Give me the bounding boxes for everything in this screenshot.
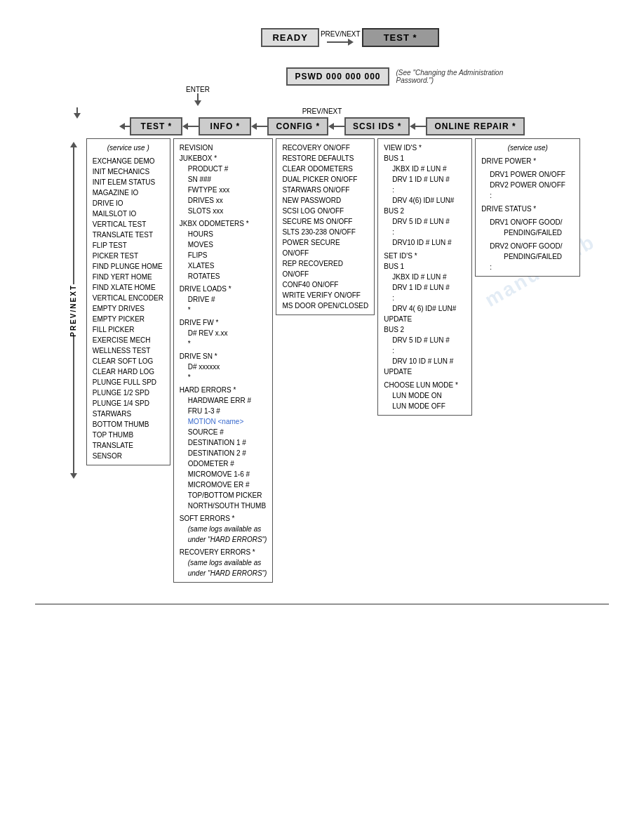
list-item: RESTORE DEFAULTS [282, 153, 368, 164]
list-item: DRV2 POWER ON/OFF [481, 180, 574, 190]
list-item: ROTATES [180, 271, 267, 282]
list-item: : [481, 190, 574, 201]
list-item: SLOTS xxx [180, 206, 267, 216]
list-item: DRIVE POWER * [481, 156, 574, 166]
test-items: EXCHANGE DEMO INIT MECHANICS INIT ELEM S… [93, 156, 164, 461]
list-item: EMPTY PICKER [93, 314, 164, 324]
list-item: STARWARS [93, 409, 164, 419]
list-item: EXCHANGE DEMO [93, 156, 164, 166]
enter-label2: ENTER [186, 86, 210, 93]
list-item: SOURCE # [180, 427, 267, 437]
ready-node: READY [261, 28, 319, 47]
list-item: DESTINATION 1 # [180, 437, 267, 448]
list-item: FRU 1-3 # [180, 406, 267, 416]
list-item: DRV 5 ID # LUN # [384, 335, 466, 345]
list-item: DRV 4( 6) ID# LUN# [384, 303, 466, 314]
test-column: (service use ) EXCHANGE DEMO INIT MECHAN… [86, 138, 170, 465]
test-note: (service use ) [93, 143, 164, 153]
info-items: REVISION JUKEBOX * PRODUCT # SN ### FWTY… [180, 143, 267, 578]
menu-scsi[interactable]: SCSI IDS * [344, 117, 410, 135]
list-item: PLUNGE FULL SPD [93, 377, 164, 388]
list-item: XLATES [180, 260, 267, 271]
list-item: LUN MODE OFF [384, 401, 466, 411]
list-item: MS DOOR OPEN/CLOSED [282, 300, 368, 311]
list-item: DRV 1 ID # LUN # [384, 282, 466, 293]
list-item: NORTH/SOUTH THUMB [180, 501, 267, 511]
list-item: VERTICAL ENCODER [93, 293, 164, 303]
list-item: DRV1 POWER ON/OFF [481, 169, 574, 180]
list-item: DRV 1 ID # LUN # [384, 174, 466, 185]
list-item: : [384, 227, 466, 237]
menu-test[interactable]: TEST * [130, 117, 182, 135]
list-item: FWTYPE xxx [180, 185, 267, 195]
list-item: TOP THUMB [93, 430, 164, 440]
list-item: DRIVE STATUS * [481, 204, 574, 214]
list-item: CONF40 ON/OFF [282, 279, 368, 290]
list-item: REP RECOVEREDON/OFF [282, 258, 368, 279]
nav-up-arrow [70, 142, 77, 147]
list-item: DRV10 ID # LUN # [384, 237, 466, 248]
list-item: INIT MECHANICS [93, 166, 164, 177]
pswd-note: (See "Changing the Administration Passwo… [396, 69, 523, 84]
list-item: RECOVERY ERRORS * [180, 547, 267, 557]
list-item: D# REV x.xx [180, 328, 267, 338]
list-item: FIND XLATE HOME [93, 282, 164, 293]
list-item: PLUNGE 1/2 SPD [93, 388, 164, 398]
list-item: PRODUCT # [180, 164, 267, 174]
list-item: DRIVE # [180, 294, 267, 305]
list-item: JKBX ID # LUN # [384, 272, 466, 282]
list-item: DRIVE IO [93, 198, 164, 208]
list-item: ODOMETER # [180, 458, 267, 469]
list-item: CLEAR ODOMETERS [282, 164, 368, 174]
list-item: MOVES [180, 239, 267, 250]
list-item: TOP/BOTTOM PICKER [180, 490, 267, 501]
bottom-rule [35, 604, 609, 604]
list-item: BUS 2 [384, 206, 466, 216]
list-item: * [180, 372, 267, 383]
info-column: REVISION JUKEBOX * PRODUCT # SN ### FWTY… [173, 138, 274, 583]
scsi-items: VIEW ID'S * BUS 1 JKBX ID # LUN # DRV 1 … [384, 143, 466, 411]
list-item: CLEAR HARD LOG [93, 366, 164, 377]
list-item: EXERCISE MECH [93, 335, 164, 345]
list-item: DRIVE LOADS * [180, 284, 267, 294]
list-item: SN ### [180, 174, 267, 185]
list-item: CLEAR SOFT LOG [93, 356, 164, 366]
list-item: DUAL PICKER ON/OFF [282, 174, 368, 185]
list-item: DRIVE FW * [180, 317, 267, 328]
list-item: BUS 1 [384, 153, 466, 164]
repair-items: DRIVE POWER * DRV1 POWER ON/OFF DRV2 POW… [481, 156, 574, 272]
list-item: UPDATE [384, 366, 466, 377]
list-item: (same logs available as [180, 557, 267, 568]
repair-column: (service use) DRIVE POWER * DRV1 POWER O… [475, 138, 580, 277]
list-item: INIT ELEM STATUS [93, 177, 164, 187]
list-item: MOTION <name> [180, 416, 267, 427]
list-item: D# xxxxxx [180, 362, 267, 372]
list-item: POWER SECUREON/OFF [282, 237, 368, 258]
menu-config[interactable]: CONFIG * [267, 117, 328, 135]
list-item: NEW PASSWORD [282, 195, 368, 206]
list-item: SLTS 230-238 ON/OFF [282, 227, 368, 237]
nav-down-arrow [70, 473, 77, 479]
pswd-box: PSWD 000 000 000 [286, 67, 389, 86]
list-item: DRV 4(6) ID# LUN# [384, 195, 466, 206]
menu-info[interactable]: INFO * [199, 117, 251, 135]
list-item: : [384, 185, 466, 195]
list-item: BOTTOM THUMB [93, 419, 164, 430]
list-item: CHOOSE LUN MODE * [384, 380, 466, 390]
list-item: TRANSLATE SENSOR [93, 440, 164, 461]
list-item: * [180, 305, 267, 315]
list-item: BUS 2 [384, 324, 466, 335]
list-item: FLIPS [180, 250, 267, 260]
list-item: DRV 5 ID # LUN # [384, 216, 466, 227]
list-item: FIND PLUNGE HOME [93, 261, 164, 272]
menu-repair[interactable]: ONLINE REPAIR * [426, 117, 524, 135]
list-item: FLIP TEST [93, 240, 164, 251]
list-item: TRANSLATE TEST [93, 230, 164, 240]
list-item: : [481, 262, 574, 272]
list-item: DRV1 ON/OFF GOOD/PENDING/FAILED [481, 217, 574, 238]
list-item: SOFT ERRORS * [180, 513, 267, 524]
list-item: HOURS [180, 229, 267, 239]
list-item: DRV 10 ID # LUN # [384, 356, 466, 366]
list-item: JUKEBOX * [180, 153, 267, 164]
list-item: STARWARS ON/OFF [282, 185, 368, 195]
